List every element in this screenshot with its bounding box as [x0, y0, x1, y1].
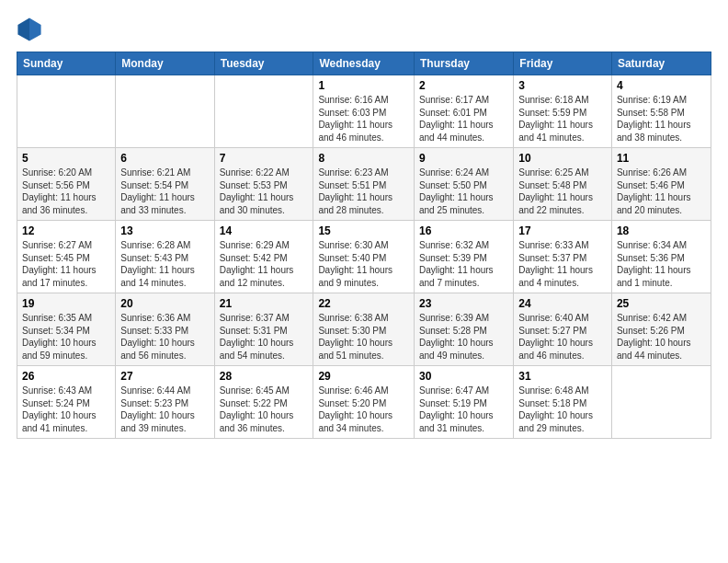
day-info: Sunrise: 6:25 AMSunset: 5:48 PMDaylight:…	[518, 167, 607, 216]
day-cell-25: 25Sunrise: 6:42 AMSunset: 5:26 PMDayligh…	[611, 293, 711, 366]
day-info: Sunrise: 6:47 AMSunset: 5:19 PMDaylight:…	[419, 385, 508, 434]
svg-marker-2	[17, 17, 29, 40]
header-day-friday: Friday	[514, 52, 612, 75]
day-number: 20	[120, 297, 209, 310]
day-number: 8	[318, 152, 409, 165]
day-info: Sunrise: 6:29 AMSunset: 5:42 PMDaylight:…	[220, 239, 309, 289]
week-row-1: 1Sunrise: 6:16 AMSunset: 6:03 PMDaylight…	[17, 75, 711, 148]
day-number: 26	[22, 370, 110, 383]
day-number: 9	[419, 152, 508, 165]
day-cell-22: 22Sunrise: 6:38 AMSunset: 5:30 PMDayligh…	[313, 293, 415, 366]
day-info: Sunrise: 6:22 AMSunset: 5:53 PMDaylight:…	[220, 167, 309, 216]
day-cell-26: 26Sunrise: 6:43 AMSunset: 5:24 PMDayligh…	[17, 366, 116, 439]
day-number: 31	[518, 370, 607, 383]
day-info: Sunrise: 6:48 AMSunset: 5:18 PMDaylight:…	[518, 385, 607, 434]
day-cell-30: 30Sunrise: 6:47 AMSunset: 5:19 PMDayligh…	[414, 366, 513, 439]
week-row-4: 19Sunrise: 6:35 AMSunset: 5:34 PMDayligh…	[17, 293, 711, 366]
day-info: Sunrise: 6:45 AMSunset: 5:22 PMDaylight:…	[220, 385, 309, 434]
day-cell-13: 13Sunrise: 6:28 AMSunset: 5:43 PMDayligh…	[116, 221, 214, 293]
day-cell-6: 6Sunrise: 6:21 AMSunset: 5:54 PMDaylight…	[116, 148, 214, 221]
header-day-thursday: Thursday	[414, 52, 513, 75]
empty-cell	[611, 366, 711, 439]
day-cell-23: 23Sunrise: 6:39 AMSunset: 5:28 PMDayligh…	[414, 293, 513, 366]
day-cell-9: 9Sunrise: 6:24 AMSunset: 5:50 PMDaylight…	[414, 148, 513, 221]
day-cell-5: 5Sunrise: 6:20 AMSunset: 5:56 PMDaylight…	[17, 148, 116, 221]
day-info: Sunrise: 6:34 AMSunset: 5:36 PMDaylight:…	[617, 239, 706, 289]
day-info: Sunrise: 6:43 AMSunset: 5:24 PMDaylight:…	[22, 385, 110, 434]
day-number: 18	[617, 224, 706, 237]
day-info: Sunrise: 6:23 AMSunset: 5:51 PMDaylight:…	[318, 167, 409, 216]
day-number: 27	[120, 370, 209, 383]
day-cell-24: 24Sunrise: 6:40 AMSunset: 5:27 PMDayligh…	[514, 293, 612, 366]
day-cell-1: 1Sunrise: 6:16 AMSunset: 6:03 PMDaylight…	[313, 75, 415, 148]
day-cell-12: 12Sunrise: 6:27 AMSunset: 5:45 PMDayligh…	[17, 221, 116, 293]
day-number: 30	[419, 370, 508, 383]
day-info: Sunrise: 6:27 AMSunset: 5:45 PMDaylight:…	[22, 239, 110, 289]
day-number: 4	[617, 79, 706, 92]
day-info: Sunrise: 6:38 AMSunset: 5:30 PMDaylight:…	[318, 312, 409, 362]
day-number: 17	[518, 224, 607, 237]
day-number: 2	[419, 79, 508, 92]
header-day-tuesday: Tuesday	[214, 52, 313, 75]
day-number: 10	[518, 152, 607, 165]
day-number: 19	[22, 297, 110, 310]
day-info: Sunrise: 6:36 AMSunset: 5:33 PMDaylight:…	[120, 312, 209, 362]
day-cell-17: 17Sunrise: 6:33 AMSunset: 5:37 PMDayligh…	[514, 221, 612, 293]
calendar-table: SundayMondayTuesdayWednesdayThursdayFrid…	[17, 52, 711, 439]
day-number: 24	[518, 297, 607, 310]
day-number: 15	[318, 224, 409, 237]
day-number: 16	[419, 224, 508, 237]
empty-cell	[214, 75, 313, 148]
day-cell-18: 18Sunrise: 6:34 AMSunset: 5:36 PMDayligh…	[611, 221, 711, 293]
day-number: 28	[220, 370, 309, 383]
header-day-saturday: Saturday	[611, 52, 711, 75]
day-info: Sunrise: 6:44 AMSunset: 5:23 PMDaylight:…	[120, 385, 209, 434]
day-cell-19: 19Sunrise: 6:35 AMSunset: 5:34 PMDayligh…	[17, 293, 116, 366]
day-number: 25	[617, 297, 706, 310]
day-info: Sunrise: 6:33 AMSunset: 5:37 PMDaylight:…	[518, 239, 607, 289]
calendar-body: 1Sunrise: 6:16 AMSunset: 6:03 PMDaylight…	[17, 75, 711, 439]
day-info: Sunrise: 6:20 AMSunset: 5:56 PMDaylight:…	[22, 167, 110, 216]
header-day-sunday: Sunday	[17, 52, 116, 75]
logo	[17, 17, 46, 42]
day-info: Sunrise: 6:18 AMSunset: 5:59 PMDaylight:…	[518, 94, 607, 144]
day-number: 7	[220, 152, 309, 165]
day-info: Sunrise: 6:28 AMSunset: 5:43 PMDaylight:…	[120, 239, 209, 289]
day-info: Sunrise: 6:46 AMSunset: 5:20 PMDaylight:…	[318, 385, 409, 434]
day-info: Sunrise: 6:37 AMSunset: 5:31 PMDaylight:…	[220, 312, 309, 362]
empty-cell	[116, 75, 214, 148]
svg-marker-1	[29, 17, 41, 40]
day-info: Sunrise: 6:21 AMSunset: 5:54 PMDaylight:…	[120, 167, 209, 216]
day-number: 21	[220, 297, 309, 310]
day-number: 13	[120, 224, 209, 237]
empty-cell	[17, 75, 116, 148]
day-info: Sunrise: 6:16 AMSunset: 6:03 PMDaylight:…	[318, 94, 409, 144]
day-number: 14	[220, 224, 309, 237]
day-info: Sunrise: 6:19 AMSunset: 5:58 PMDaylight:…	[617, 94, 706, 144]
week-row-3: 12Sunrise: 6:27 AMSunset: 5:45 PMDayligh…	[17, 221, 711, 293]
day-cell-31: 31Sunrise: 6:48 AMSunset: 5:18 PMDayligh…	[514, 366, 612, 439]
day-cell-4: 4Sunrise: 6:19 AMSunset: 5:58 PMDaylight…	[611, 75, 711, 148]
day-cell-10: 10Sunrise: 6:25 AMSunset: 5:48 PMDayligh…	[514, 148, 612, 221]
day-cell-7: 7Sunrise: 6:22 AMSunset: 5:53 PMDaylight…	[214, 148, 313, 221]
day-number: 11	[617, 152, 706, 165]
logo-icon	[17, 17, 42, 42]
day-number: 6	[120, 152, 209, 165]
day-info: Sunrise: 6:35 AMSunset: 5:34 PMDaylight:…	[22, 312, 110, 362]
day-info: Sunrise: 6:30 AMSunset: 5:40 PMDaylight:…	[318, 239, 409, 289]
day-info: Sunrise: 6:40 AMSunset: 5:27 PMDaylight:…	[518, 312, 607, 362]
day-cell-8: 8Sunrise: 6:23 AMSunset: 5:51 PMDaylight…	[313, 148, 415, 221]
day-cell-20: 20Sunrise: 6:36 AMSunset: 5:33 PMDayligh…	[116, 293, 214, 366]
calendar-header: SundayMondayTuesdayWednesdayThursdayFrid…	[17, 52, 711, 75]
header-day-monday: Monday	[116, 52, 214, 75]
day-cell-15: 15Sunrise: 6:30 AMSunset: 5:40 PMDayligh…	[313, 221, 415, 293]
header-row: SundayMondayTuesdayWednesdayThursdayFrid…	[17, 52, 711, 75]
header	[17, 17, 711, 42]
day-number: 1	[318, 79, 409, 92]
day-cell-11: 11Sunrise: 6:26 AMSunset: 5:46 PMDayligh…	[611, 148, 711, 221]
day-cell-16: 16Sunrise: 6:32 AMSunset: 5:39 PMDayligh…	[414, 221, 513, 293]
day-cell-21: 21Sunrise: 6:37 AMSunset: 5:31 PMDayligh…	[214, 293, 313, 366]
day-cell-3: 3Sunrise: 6:18 AMSunset: 5:59 PMDaylight…	[514, 75, 612, 148]
day-number: 5	[22, 152, 110, 165]
day-cell-14: 14Sunrise: 6:29 AMSunset: 5:42 PMDayligh…	[214, 221, 313, 293]
